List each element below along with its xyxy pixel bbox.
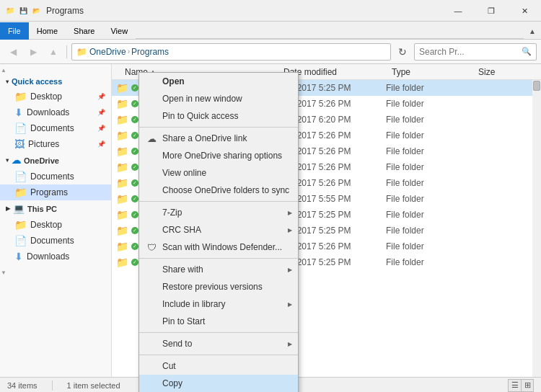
sidebar-item-desktop-quick[interactable]: 📁 Desktop 📌 <box>0 89 111 104</box>
search-box[interactable]: 🔍 <box>414 43 537 61</box>
search-input[interactable] <box>419 47 519 57</box>
file-folder-icon: 📁 <box>115 193 129 205</box>
sync-dot: ✓ <box>131 227 138 234</box>
folder-icon: 📁 <box>14 219 27 231</box>
context-menu-item-label: Copy <box>162 378 182 388</box>
context-menu-item-icon: 🛡 <box>145 242 158 253</box>
details-view-button[interactable]: ☰ <box>508 379 521 392</box>
pin-icon: 📌 <box>97 141 105 148</box>
context-menu-item-label: CRC SHA <box>162 225 201 235</box>
search-icon: 🔍 <box>522 47 532 56</box>
context-menu-separator <box>139 258 298 259</box>
chevron-down-icon: ▾ <box>6 157 9 164</box>
context-menu-item[interactable]: Send to <box>139 335 298 352</box>
sidebar-label: Programs <box>30 187 68 197</box>
context-menu-item-label: Send to <box>162 339 192 349</box>
context-menu-item[interactable]: 🛡Scan with Windows Defender... <box>139 239 298 256</box>
scrollbar-track[interactable] <box>532 80 541 377</box>
context-menu-item-label: Cut <box>162 361 176 371</box>
context-menu-item[interactable]: Cut <box>139 357 298 375</box>
sync-dot: ✓ <box>131 243 138 250</box>
context-menu-item[interactable]: Restore previous versions <box>139 278 298 295</box>
close-button[interactable]: ✕ <box>508 0 541 22</box>
sidebar-scroll-down[interactable]: ▼ <box>0 267 7 277</box>
context-menu-item[interactable]: Share with <box>139 261 298 278</box>
minimize-button[interactable]: — <box>441 0 475 22</box>
file-folder-icon: 📁 <box>115 161 129 173</box>
quick-access-label: Quick access <box>12 77 62 86</box>
window-title: Programs <box>46 6 441 16</box>
sidebar-section-thispc[interactable]: ▶ 💻 This PC <box>0 200 111 217</box>
sidebar-item-downloads-quick[interactable]: ⬇ Downloads 📌 <box>0 104 111 120</box>
tab-file[interactable]: File <box>0 22 29 40</box>
context-menu-item-label: Open <box>162 76 185 86</box>
sidebar-item-pc-desktop[interactable]: 📁 Desktop <box>0 217 111 233</box>
sidebar-item-documents-quick[interactable]: 📄 Documents 📌 <box>0 120 111 136</box>
context-menu-item[interactable]: Pin to Quick access <box>139 107 298 125</box>
tab-view[interactable]: View <box>102 22 136 40</box>
up-button[interactable]: ▲ <box>45 43 62 61</box>
context-menu-item[interactable]: 7-Zip <box>139 204 298 221</box>
sync-dot: ✓ <box>131 100 138 107</box>
sidebar-item-pc-downloads[interactable]: ⬇ Downloads <box>0 249 111 264</box>
sync-dot: ✓ <box>131 84 138 92</box>
address-part-onedrive[interactable]: OneDrive <box>89 47 126 57</box>
chevron-right-icon: ▶ <box>6 205 10 212</box>
context-menu-item[interactable]: Open in new window <box>139 90 298 107</box>
context-menu-item[interactable]: Choose OneDrive folders to sync <box>139 182 298 199</box>
context-menu-separator <box>139 201 298 202</box>
context-menu-item-label: Open in new window <box>162 94 242 104</box>
refresh-button[interactable]: ↻ <box>394 43 411 61</box>
address-part-programs[interactable]: Programs <box>131 47 169 57</box>
sidebar-scroll-up[interactable]: ▲ <box>0 64 7 74</box>
col-header-size[interactable]: Size <box>472 64 530 79</box>
context-menu-item-label: 7-Zip <box>162 208 182 218</box>
context-menu-item[interactable]: Include in library <box>139 295 298 313</box>
context-menu-item[interactable]: Open <box>139 73 298 90</box>
pin-icon: 📌 <box>97 109 105 116</box>
sidebar-section-onedrive[interactable]: ▾ ☁ OneDrive <box>0 152 111 169</box>
context-menu-item[interactable]: Pin to Start <box>139 313 298 330</box>
sidebar-item-onedrive-documents[interactable]: 📄 Documents <box>0 169 111 184</box>
context-menu-item[interactable]: ☁Share a OneDrive link <box>139 130 298 147</box>
scrollbar-thumb[interactable] <box>533 81 540 91</box>
maximize-button[interactable]: ❐ <box>475 0 508 22</box>
selected-count: 1 item selected <box>67 381 120 390</box>
sync-dot: ✓ <box>131 116 138 123</box>
file-folder-icon: 📁 <box>115 98 129 110</box>
context-menu-item[interactable]: CRC SHA <box>139 221 298 239</box>
context-menu-item[interactable]: Copy <box>139 375 298 392</box>
address-bar[interactable]: 📁 OneDrive › Programs <box>71 43 391 61</box>
folder-icon: 📁 <box>14 91 27 102</box>
file-folder-icon: 📁 <box>115 225 129 236</box>
file-type: File folder <box>386 210 472 220</box>
context-menu-item[interactable]: View online <box>139 164 298 182</box>
folder-icon: 🖼 <box>14 138 25 150</box>
folder-icon: 📄 <box>14 122 27 134</box>
folder-icon-address: 📁 <box>76 47 87 57</box>
tab-share[interactable]: Share <box>66 22 102 40</box>
pc-icon: 💻 <box>13 203 25 214</box>
sidebar-label: Pictures <box>28 139 59 149</box>
toolbar: ◀ ▶ ▲ 📁 OneDrive › Programs ↻ 🔍 <box>0 40 541 64</box>
context-menu-item-label: Scan with Windows Defender... <box>162 242 282 252</box>
file-type: File folder <box>386 99 472 109</box>
tab-home[interactable]: Home <box>29 22 66 40</box>
col-size-label: Size <box>478 67 495 77</box>
file-type: File folder <box>386 83 472 93</box>
context-menu-item-label: Restore previous versions <box>162 282 263 292</box>
ribbon-collapse-button[interactable]: ▲ <box>524 23 541 39</box>
context-menu-item-label: Pin to Quick access <box>162 111 238 121</box>
sidebar-section-quick-access[interactable]: ▾ Quick access <box>0 74 111 89</box>
sidebar-item-pc-documents[interactable]: 📄 Documents <box>0 233 111 249</box>
sidebar-label: Desktop <box>30 220 62 230</box>
context-menu-item[interactable]: More OneDrive sharing options <box>139 147 298 164</box>
back-button[interactable]: ◀ <box>4 43 22 61</box>
context-menu-item-label: Share with <box>162 264 203 275</box>
large-icons-view-button[interactable]: ⊞ <box>521 379 534 392</box>
sidebar-item-onedrive-programs[interactable]: 📁 Programs <box>0 184 111 200</box>
context-menu-item-label: View online <box>162 168 206 178</box>
forward-button[interactable]: ▶ <box>25 43 42 61</box>
sidebar-item-pictures-quick[interactable]: 🖼 Pictures 📌 <box>0 136 111 152</box>
col-header-type[interactable]: Type <box>386 64 472 79</box>
